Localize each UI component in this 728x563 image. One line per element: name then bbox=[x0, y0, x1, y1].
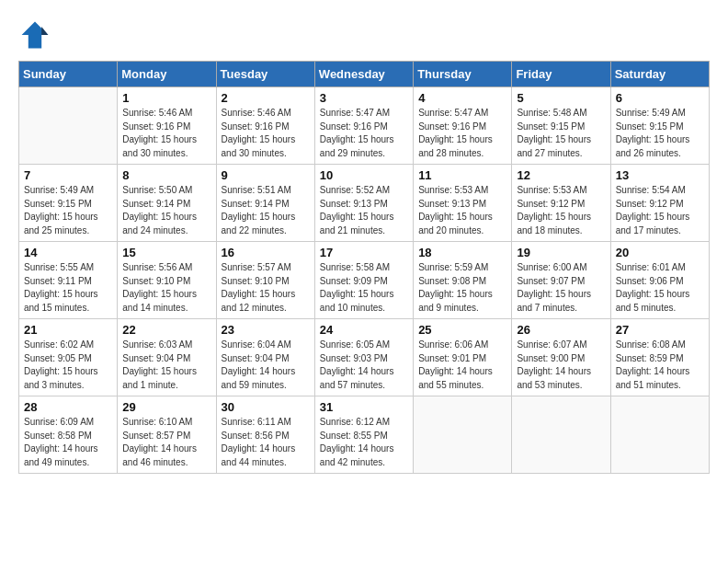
day-number: 20 bbox=[616, 246, 704, 259]
weekday-header: Tuesday bbox=[216, 62, 314, 87]
day-info: Sunrise: 5:55 AMSunset: 9:11 PMDaylight:… bbox=[24, 261, 112, 315]
calendar-cell: 16Sunrise: 5:57 AMSunset: 9:10 PMDayligh… bbox=[216, 242, 314, 319]
day-number: 24 bbox=[320, 323, 408, 337]
calendar-cell: 28Sunrise: 6:09 AMSunset: 8:58 PMDayligh… bbox=[19, 396, 118, 474]
weekday-header: Saturday bbox=[610, 62, 709, 87]
calendar: SundayMondayTuesdayWednesdayThursdayFrid… bbox=[18, 61, 710, 474]
day-info: Sunrise: 5:53 AMSunset: 9:13 PMDaylight:… bbox=[418, 184, 506, 237]
day-info: Sunrise: 5:47 AMSunset: 9:16 PMDaylight:… bbox=[320, 107, 408, 160]
logo-icon bbox=[18, 18, 51, 52]
calendar-cell: 12Sunrise: 5:53 AMSunset: 9:12 PMDayligh… bbox=[512, 165, 610, 242]
day-number: 5 bbox=[517, 91, 605, 105]
calendar-cell: 5Sunrise: 5:48 AMSunset: 9:15 PMDaylight… bbox=[512, 87, 610, 165]
day-info: Sunrise: 5:52 AMSunset: 9:13 PMDaylight:… bbox=[320, 184, 408, 237]
day-info: Sunrise: 6:10 AMSunset: 8:57 PMDaylight:… bbox=[122, 416, 210, 469]
day-number: 14 bbox=[24, 246, 112, 259]
day-info: Sunrise: 6:07 AMSunset: 9:00 PMDaylight:… bbox=[517, 339, 605, 392]
weekday-header: Wednesday bbox=[314, 62, 413, 87]
calendar-cell: 13Sunrise: 5:54 AMSunset: 9:12 PMDayligh… bbox=[610, 165, 709, 242]
calendar-cell: 15Sunrise: 5:56 AMSunset: 9:10 PMDayligh… bbox=[118, 242, 216, 319]
day-info: Sunrise: 6:09 AMSunset: 8:58 PMDaylight:… bbox=[24, 416, 112, 469]
calendar-cell: 30Sunrise: 6:11 AMSunset: 8:56 PMDayligh… bbox=[216, 396, 314, 474]
weekday-header: Thursday bbox=[414, 62, 512, 87]
page-header bbox=[18, 18, 710, 52]
calendar-cell bbox=[414, 396, 512, 474]
calendar-cell: 19Sunrise: 6:00 AMSunset: 9:07 PMDayligh… bbox=[512, 242, 610, 319]
day-number: 28 bbox=[24, 400, 112, 414]
calendar-cell: 31Sunrise: 6:12 AMSunset: 8:55 PMDayligh… bbox=[314, 396, 413, 474]
day-number: 25 bbox=[418, 323, 506, 337]
calendar-cell: 25Sunrise: 6:06 AMSunset: 9:01 PMDayligh… bbox=[414, 319, 512, 396]
calendar-cell: 29Sunrise: 6:10 AMSunset: 8:57 PMDayligh… bbox=[118, 396, 216, 474]
day-number: 12 bbox=[517, 168, 605, 182]
calendar-cell: 9Sunrise: 5:51 AMSunset: 9:14 PMDaylight… bbox=[216, 165, 314, 242]
day-number: 17 bbox=[320, 246, 408, 259]
day-number: 31 bbox=[320, 400, 408, 414]
day-info: Sunrise: 5:49 AMSunset: 9:15 PMDaylight:… bbox=[24, 184, 112, 237]
calendar-cell: 22Sunrise: 6:03 AMSunset: 9:04 PMDayligh… bbox=[118, 319, 216, 396]
day-number: 22 bbox=[122, 323, 210, 337]
calendar-week-row: 28Sunrise: 6:09 AMSunset: 8:58 PMDayligh… bbox=[19, 396, 710, 474]
calendar-cell: 17Sunrise: 5:58 AMSunset: 9:09 PMDayligh… bbox=[314, 242, 413, 319]
calendar-cell: 23Sunrise: 6:04 AMSunset: 9:04 PMDayligh… bbox=[216, 319, 314, 396]
calendar-cell: 21Sunrise: 6:02 AMSunset: 9:05 PMDayligh… bbox=[19, 319, 118, 396]
calendar-cell: 27Sunrise: 6:08 AMSunset: 8:59 PMDayligh… bbox=[610, 319, 709, 396]
day-info: Sunrise: 6:00 AMSunset: 9:07 PMDaylight:… bbox=[517, 261, 605, 315]
day-info: Sunrise: 6:08 AMSunset: 8:59 PMDaylight:… bbox=[616, 339, 704, 392]
day-number: 27 bbox=[616, 323, 704, 337]
day-info: Sunrise: 6:11 AMSunset: 8:56 PMDaylight:… bbox=[222, 416, 310, 469]
day-number: 18 bbox=[418, 246, 506, 259]
day-info: Sunrise: 5:58 AMSunset: 9:09 PMDaylight:… bbox=[320, 261, 408, 315]
calendar-week-row: 21Sunrise: 6:02 AMSunset: 9:05 PMDayligh… bbox=[19, 319, 710, 396]
calendar-cell: 18Sunrise: 5:59 AMSunset: 9:08 PMDayligh… bbox=[414, 242, 512, 319]
calendar-cell: 4Sunrise: 5:47 AMSunset: 9:16 PMDaylight… bbox=[414, 87, 512, 165]
day-number: 1 bbox=[122, 91, 210, 105]
calendar-cell bbox=[512, 396, 610, 474]
calendar-cell: 1Sunrise: 5:46 AMSunset: 9:16 PMDaylight… bbox=[118, 87, 216, 165]
calendar-cell bbox=[19, 87, 118, 165]
day-number: 6 bbox=[616, 91, 704, 105]
weekday-header: Friday bbox=[512, 62, 610, 87]
day-info: Sunrise: 6:04 AMSunset: 9:04 PMDaylight:… bbox=[222, 339, 310, 392]
day-info: Sunrise: 6:12 AMSunset: 8:55 PMDaylight:… bbox=[320, 416, 408, 469]
day-number: 8 bbox=[122, 168, 210, 182]
calendar-week-row: 1Sunrise: 5:46 AMSunset: 9:16 PMDaylight… bbox=[19, 87, 710, 165]
day-number: 30 bbox=[222, 400, 310, 414]
day-number: 9 bbox=[222, 168, 310, 182]
calendar-cell: 10Sunrise: 5:52 AMSunset: 9:13 PMDayligh… bbox=[314, 165, 413, 242]
calendar-header-row: SundayMondayTuesdayWednesdayThursdayFrid… bbox=[19, 62, 710, 87]
day-info: Sunrise: 5:56 AMSunset: 9:10 PMDaylight:… bbox=[122, 261, 210, 315]
calendar-cell: 26Sunrise: 6:07 AMSunset: 9:00 PMDayligh… bbox=[512, 319, 610, 396]
calendar-cell: 7Sunrise: 5:49 AMSunset: 9:15 PMDaylight… bbox=[19, 165, 118, 242]
calendar-cell: 14Sunrise: 5:55 AMSunset: 9:11 PMDayligh… bbox=[19, 242, 118, 319]
day-number: 26 bbox=[517, 323, 605, 337]
day-info: Sunrise: 6:03 AMSunset: 9:04 PMDaylight:… bbox=[122, 339, 210, 392]
day-info: Sunrise: 5:48 AMSunset: 9:15 PMDaylight:… bbox=[517, 107, 605, 160]
day-number: 4 bbox=[418, 91, 506, 105]
day-number: 16 bbox=[222, 246, 310, 259]
weekday-header: Monday bbox=[118, 62, 216, 87]
calendar-cell: 6Sunrise: 5:49 AMSunset: 9:15 PMDaylight… bbox=[610, 87, 709, 165]
day-info: Sunrise: 5:59 AMSunset: 9:08 PMDaylight:… bbox=[418, 261, 506, 315]
day-info: Sunrise: 5:51 AMSunset: 9:14 PMDaylight:… bbox=[222, 184, 310, 237]
day-info: Sunrise: 6:06 AMSunset: 9:01 PMDaylight:… bbox=[418, 339, 506, 392]
calendar-cell: 2Sunrise: 5:46 AMSunset: 9:16 PMDaylight… bbox=[216, 87, 314, 165]
day-info: Sunrise: 6:05 AMSunset: 9:03 PMDaylight:… bbox=[320, 339, 408, 392]
day-info: Sunrise: 6:01 AMSunset: 9:06 PMDaylight:… bbox=[616, 261, 704, 315]
day-number: 13 bbox=[616, 168, 704, 182]
day-number: 7 bbox=[24, 168, 112, 182]
day-number: 29 bbox=[122, 400, 210, 414]
day-number: 23 bbox=[222, 323, 310, 337]
logo bbox=[18, 18, 57, 52]
calendar-week-row: 14Sunrise: 5:55 AMSunset: 9:11 PMDayligh… bbox=[19, 242, 710, 319]
day-info: Sunrise: 5:47 AMSunset: 9:16 PMDaylight:… bbox=[418, 107, 506, 160]
day-info: Sunrise: 5:54 AMSunset: 9:12 PMDaylight:… bbox=[616, 184, 704, 237]
calendar-cell: 11Sunrise: 5:53 AMSunset: 9:13 PMDayligh… bbox=[414, 165, 512, 242]
day-info: Sunrise: 6:02 AMSunset: 9:05 PMDaylight:… bbox=[24, 339, 112, 392]
svg-marker-1 bbox=[41, 27, 48, 35]
day-info: Sunrise: 5:50 AMSunset: 9:14 PMDaylight:… bbox=[122, 184, 210, 237]
day-info: Sunrise: 5:46 AMSunset: 9:16 PMDaylight:… bbox=[222, 107, 310, 160]
calendar-cell: 8Sunrise: 5:50 AMSunset: 9:14 PMDaylight… bbox=[118, 165, 216, 242]
day-number: 2 bbox=[222, 91, 310, 105]
day-number: 10 bbox=[320, 168, 408, 182]
